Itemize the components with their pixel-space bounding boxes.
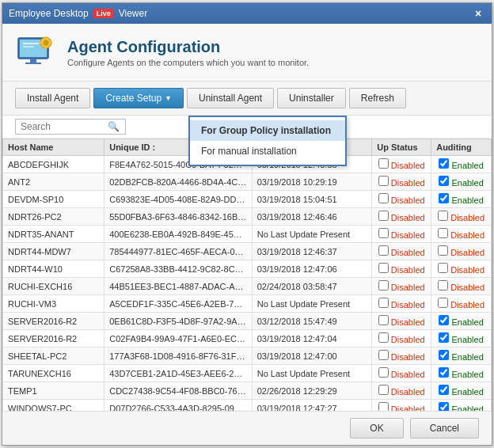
auditing-checkbox[interactable] <box>438 263 448 273</box>
upstatus-checkbox[interactable] <box>378 211 389 221</box>
install-agent-button[interactable]: Install Agent <box>15 88 90 108</box>
dropdown-arrow-icon: ▼ <box>165 94 172 102</box>
cell-datetime: 03/19/2018 12:47:04 <box>252 330 372 347</box>
cell-auditing: Enabled <box>431 156 492 173</box>
header-text: Agent Configuration Configure Agents on … <box>67 38 309 67</box>
page-title: Agent Configuration <box>67 38 309 56</box>
auditing-checkbox[interactable] <box>439 158 449 169</box>
auditing-label: Enabled <box>449 352 483 362</box>
auditing-checkbox[interactable] <box>439 193 449 203</box>
upstatus-checkbox[interactable] <box>378 332 389 343</box>
cell-auditing: Disabled <box>431 243 492 260</box>
cell-auditing: Disabled <box>431 278 492 295</box>
upstatus-label: Disabled <box>389 404 425 411</box>
toolbar: Install Agent Create Setup ▼ Uninstall A… <box>2 82 492 116</box>
svg-rect-10 <box>40 42 42 44</box>
cell-upstatus: Disabled <box>372 156 431 173</box>
auditing-checkbox[interactable] <box>439 176 449 186</box>
cell-datetime: No Last Update Present <box>252 365 372 382</box>
upstatus-checkbox[interactable] <box>378 158 389 169</box>
auditing-checkbox[interactable] <box>439 402 449 411</box>
svg-rect-5 <box>25 63 41 64</box>
upstatus-checkbox[interactable] <box>378 315 389 325</box>
upstatus-checkbox[interactable] <box>378 367 389 378</box>
upstatus-checkbox[interactable] <box>378 280 389 290</box>
upstatus-checkbox[interactable] <box>378 263 389 273</box>
auditing-checkbox[interactable] <box>439 385 449 395</box>
auditing-checkbox[interactable] <box>438 228 448 238</box>
auditing-checkbox[interactable] <box>439 367 449 378</box>
table-row: TARUNEXCH1643D7CEB1-2A1D-45E3-AEE6-2D65B… <box>3 365 492 382</box>
auditing-label: Enabled <box>449 161 483 170</box>
table-row: NDRT35-ANANT400E6238-EB0A-492B-849E-4511… <box>3 226 492 243</box>
cell-upstatus: Disabled <box>372 243 431 260</box>
upstatus-label: Disabled <box>389 230 425 240</box>
table-row: NDRT44-W10C67258A8-33BB-4412-9C82-8C8193… <box>3 260 492 278</box>
search-box: 🔍 <box>15 119 126 135</box>
cell-auditing: Disabled <box>431 226 492 243</box>
cell-hostname: TARUNEXCH16 <box>3 365 104 382</box>
create-setup-button[interactable]: Create Setup ▼ <box>93 88 184 108</box>
cell-auditing: Enabled <box>431 382 492 400</box>
close-button[interactable]: × <box>471 6 485 21</box>
search-icon: 🔍 <box>108 121 120 132</box>
cell-upstatus: Disabled <box>372 208 431 226</box>
auditing-label: Enabled <box>449 404 483 411</box>
cancel-button[interactable]: Cancel <box>410 418 479 439</box>
upstatus-checkbox[interactable] <box>378 245 389 256</box>
table-container: Host Name Unique ID : Date/Time Up Statu… <box>2 139 492 411</box>
svg-rect-4 <box>30 59 36 63</box>
cell-upstatus: Disabled <box>372 191 431 208</box>
auditing-checkbox[interactable] <box>439 350 449 360</box>
auditing-checkbox[interactable] <box>438 298 448 308</box>
auditing-label: Disabled <box>448 213 484 222</box>
upstatus-label: Disabled <box>389 335 425 344</box>
cell-uid: C693823E-4D05-408E-82A9-DDFF313... <box>104 191 252 208</box>
upstatus-checkbox[interactable] <box>378 298 389 308</box>
upstatus-label: Disabled <box>389 178 425 188</box>
cell-datetime: 03/12/2018 15:47:49 <box>252 313 372 330</box>
cell-auditing: Enabled <box>431 365 492 382</box>
upstatus-checkbox[interactable] <box>378 350 389 360</box>
table-row: ANT202DB2FCB-820A-4466-8D4A-4CF586...03/… <box>3 173 492 191</box>
cell-hostname: NDRT44-W10 <box>3 260 104 278</box>
search-input[interactable] <box>21 121 108 132</box>
auditing-label: Enabled <box>449 178 483 188</box>
dropdown-manual[interactable]: For manual installation <box>190 141 345 161</box>
cell-uid: 43D7CEB1-2A1D-45E3-AEE6-2D65B9... <box>104 365 252 382</box>
cell-hostname: SERVER2016-R2 <box>3 313 104 330</box>
cell-uid: 02DB2FCB-820A-4466-8D4A-4CF586... <box>104 173 252 191</box>
upstatus-label: Disabled <box>389 352 425 362</box>
cell-auditing: Enabled <box>431 400 492 412</box>
title-bar: Employee Desktop Live Viewer × <box>2 3 492 24</box>
uninstaller-button[interactable]: Uninstaller <box>277 88 346 108</box>
cell-auditing: Enabled <box>431 191 492 208</box>
cell-uid: 177A3F68-1D08-4916-8F76-31F7FBA... <box>104 347 252 365</box>
cell-uid: D07D2766-C533-4A3D-8295-0917201... <box>104 400 252 412</box>
auditing-label: Disabled <box>448 248 484 257</box>
col-hostname: Host Name <box>3 139 104 156</box>
cell-datetime: 03/19/2018 12:47:00 <box>252 347 372 365</box>
cell-hostname: NDRT35-ANANT <box>3 226 104 243</box>
uninstall-agent-button[interactable]: Uninstall Agent <box>187 88 274 108</box>
svg-rect-9 <box>45 47 47 49</box>
ok-button[interactable]: OK <box>350 418 403 439</box>
dropdown-group-policy[interactable]: For Group Policy installation <box>190 120 345 141</box>
auditing-checkbox[interactable] <box>438 211 448 221</box>
auditing-checkbox[interactable] <box>439 315 449 325</box>
cell-hostname: ABCDEFGHIJK <box>3 156 104 173</box>
auditing-checkbox[interactable] <box>438 280 448 290</box>
upstatus-checkbox[interactable] <box>378 193 389 203</box>
upstatus-checkbox[interactable] <box>378 228 389 238</box>
cell-hostname: NDRT44-MDW7 <box>3 243 104 260</box>
refresh-button[interactable]: Refresh <box>349 88 406 108</box>
cell-datetime: 02/26/2018 12:29:29 <box>252 382 372 400</box>
cell-hostname: TEMP1 <box>3 382 104 400</box>
upstatus-checkbox[interactable] <box>378 402 389 411</box>
upstatus-checkbox[interactable] <box>378 385 389 395</box>
upstatus-checkbox[interactable] <box>378 176 389 186</box>
auditing-checkbox[interactable] <box>439 332 449 343</box>
cell-hostname: RUCHI-VM3 <box>3 295 104 313</box>
auditing-checkbox[interactable] <box>438 245 448 256</box>
table-row: RUCHI-EXCH1644B51EE3-BEC1-4887-ADAC-A391… <box>3 278 492 295</box>
